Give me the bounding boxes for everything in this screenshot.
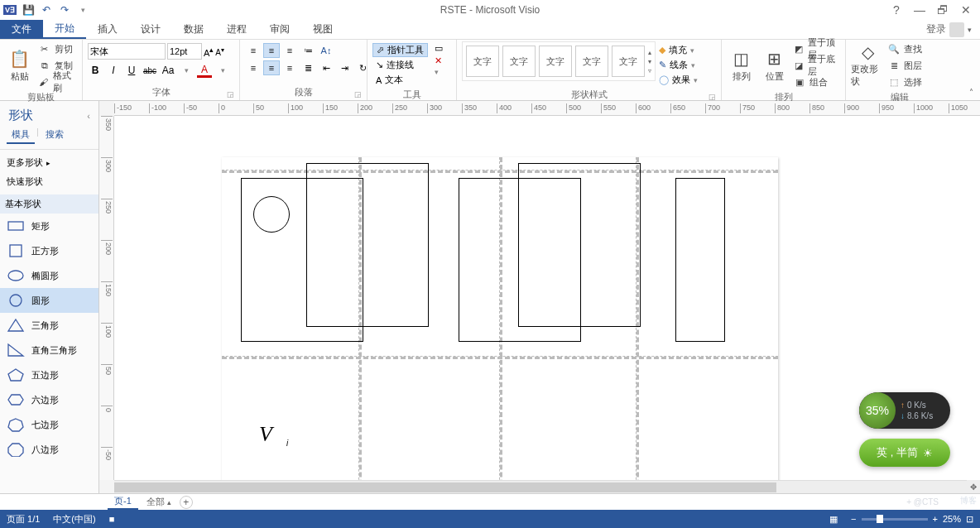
tab-home[interactable]: 开始 [43, 20, 86, 39]
gallery-up-icon[interactable]: ▴ [648, 49, 651, 56]
effects-button[interactable]: ◯效果▾ [659, 73, 698, 87]
align-middle-button[interactable]: ≡ [263, 43, 280, 58]
canvas[interactable]: V i [114, 116, 980, 480]
send-back-button[interactable]: ◪置于底层 [793, 58, 840, 73]
arrange-button[interactable]: ◫排列 [727, 41, 757, 88]
font-name-select[interactable] [88, 43, 166, 60]
position-button[interactable]: ⊞位置 [760, 41, 790, 88]
underline-button[interactable]: U [124, 63, 139, 78]
shape-list-item[interactable]: 三角形 [0, 313, 98, 338]
shape-style-gallery[interactable]: 文字 文字 文字 文字 文字 ▴▾▿ [462, 41, 656, 81]
text-tool-button[interactable]: A文本 [372, 73, 428, 87]
shape-list-item[interactable]: 圆形 [0, 288, 98, 313]
minimize-icon[interactable]: — [914, 3, 925, 17]
style-item[interactable]: 文字 [539, 46, 572, 77]
qat-more-icon[interactable]: ▾ [76, 3, 89, 17]
rect-tool-button[interactable]: ▭ [435, 43, 443, 54]
style-item[interactable]: 文字 [612, 46, 645, 77]
pan-icon[interactable]: ✥ [967, 480, 980, 493]
qat-undo-icon[interactable]: ↶ [40, 3, 53, 17]
tab-process[interactable]: 进程 [215, 20, 258, 39]
dialog-launcher-icon[interactable]: ◲ [354, 90, 362, 98]
qat-save-icon[interactable]: 💾 [22, 3, 35, 17]
shape-list-item[interactable]: 六边形 [0, 387, 98, 412]
fit-window-button[interactable]: ⊡ [966, 514, 973, 525]
style-item[interactable]: 文字 [466, 46, 499, 77]
shape-list-item[interactable]: 直角三角形 [0, 338, 98, 362]
tool-more-icon[interactable]: ▾ [435, 68, 443, 76]
pointer-tool-button[interactable]: ⬀指针工具 [372, 43, 428, 57]
search-tab[interactable]: 搜索 [41, 127, 69, 144]
layers-button[interactable]: ≣图层 [887, 58, 922, 73]
style-item[interactable]: 文字 [502, 46, 536, 77]
qat-redo-icon[interactable]: ↷ [58, 3, 71, 17]
connector-tool-button[interactable]: ↘连接线 [372, 58, 428, 72]
justify-button[interactable]: ≣ [300, 60, 316, 75]
find-button[interactable]: 🔍查找 [887, 41, 922, 56]
select-button[interactable]: ⬚选择 [887, 74, 922, 89]
fill-button[interactable]: ◆填充▾ [659, 43, 698, 57]
paste-button[interactable]: 📋 粘贴 [5, 41, 35, 88]
horizontal-scrollbar[interactable]: ◂ ▸ [114, 480, 980, 493]
shape-list-item[interactable]: 五边形 [0, 362, 98, 387]
collapse-panel-icon[interactable]: ‹ [87, 111, 90, 121]
shape-list-item[interactable]: 八边形 [0, 437, 98, 462]
align-bottom-button[interactable]: ≡ [281, 43, 298, 58]
shape-list-item[interactable]: 七边形 [0, 412, 98, 437]
macro-indicator[interactable]: ■ [109, 514, 115, 524]
tab-review[interactable]: 审阅 [258, 20, 301, 39]
ime-widget[interactable]: 英 , 半简☀ [859, 439, 950, 467]
dialog-launcher-icon[interactable]: ◲ [227, 90, 234, 98]
shape-list-item[interactable]: 椭圆形 [0, 263, 98, 288]
circle-shape[interactable] [253, 196, 290, 233]
tab-file[interactable]: 文件 [0, 20, 43, 39]
x-tool-button[interactable]: ✕ [435, 55, 443, 66]
tab-insert[interactable]: 插入 [86, 20, 129, 39]
more-shapes-link[interactable]: 更多形状▸ [5, 153, 94, 172]
strike-button[interactable]: abc [142, 63, 157, 78]
rect-shape[interactable] [518, 163, 641, 327]
stencils-tab[interactable]: 模具 [7, 127, 35, 144]
font-size-select[interactable] [167, 43, 202, 60]
text-shape[interactable]: V [259, 422, 272, 447]
gallery-down-icon[interactable]: ▾ [648, 58, 651, 65]
network-widget[interactable]: 35% ↑0 K/s ↓8.6 K/s [859, 392, 950, 429]
align-center-button[interactable]: ≡ [263, 60, 280, 75]
shape-list-item[interactable]: 正方形 [0, 238, 98, 263]
format-painter-button[interactable]: 🖌格式刷 [38, 74, 77, 89]
grow-font-button[interactable]: A▴ [204, 45, 214, 58]
gallery-more-icon[interactable]: ▿ [648, 67, 651, 74]
zoom-level[interactable]: 25% [943, 514, 961, 524]
bold-button[interactable]: B [88, 63, 103, 78]
tab-design[interactable]: 设计 [129, 20, 172, 39]
add-page-button[interactable]: + [180, 496, 193, 509]
font-color-button[interactable]: A [197, 63, 212, 78]
rect-shape[interactable] [306, 163, 429, 327]
tab-view[interactable]: 视图 [301, 20, 344, 39]
login-link[interactable]: 登录 ▾ [918, 20, 980, 39]
align-right-button[interactable]: ≡ [281, 60, 298, 75]
change-shape-button[interactable]: ◇更改形状 [851, 41, 884, 88]
align-left-button[interactable]: ≡ [245, 60, 262, 75]
shape-list-item[interactable]: 矩形 [0, 214, 98, 238]
zoom-out-button[interactable]: − [851, 514, 856, 524]
indent-inc-button[interactable]: ⇥ [336, 60, 353, 75]
group-button[interactable]: ▣组合 [793, 74, 840, 89]
zoom-in-button[interactable]: + [933, 514, 938, 524]
collapse-ribbon-icon[interactable]: ˄ [969, 88, 973, 97]
cut-button[interactable]: ✂剪切 [38, 41, 77, 56]
change-case-button[interactable]: Aa [161, 63, 175, 78]
shrink-font-button[interactable]: A▾ [215, 46, 224, 57]
italic-button[interactable]: I [106, 63, 121, 78]
presentation-mode-button[interactable]: ▦ [829, 514, 838, 525]
style-item[interactable]: 文字 [575, 46, 608, 77]
indent-dec-button[interactable]: ⇤ [318, 60, 334, 75]
quick-shapes-link[interactable]: 快速形状 [5, 172, 94, 191]
dialog-launcher-icon[interactable]: ◲ [709, 93, 716, 101]
bullets-button[interactable]: ≔ [300, 43, 316, 58]
restore-icon[interactable]: 🗗 [937, 3, 949, 17]
text-direction-button[interactable]: A↕ [318, 43, 334, 58]
hscroll-thumb[interactable] [114, 482, 776, 492]
align-top-button[interactable]: ≡ [245, 43, 262, 58]
shape-category-title[interactable]: 基本形状 [0, 194, 98, 214]
